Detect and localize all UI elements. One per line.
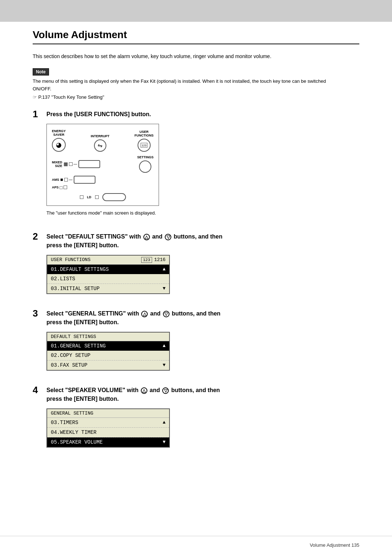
step-1-title: Press the [USER FUNCTIONS] button. xyxy=(46,110,359,119)
lcd-header-4: GENERAL SETTING xyxy=(47,409,169,418)
up-circle-icon-3: △ xyxy=(141,311,148,317)
bottom-checkbox-right[interactable] xyxy=(95,195,99,199)
top-bar xyxy=(0,0,392,22)
footer-text: Volume Adjustment 135 xyxy=(310,542,359,548)
lcd-row-text-4-2: 04.WEEKLY TIMER xyxy=(51,429,97,435)
lcd-row-text-4-3: 05.SPEAKER VOLUME xyxy=(51,439,103,445)
step-4-title: Select "SPEAKER VOLUME" with △ and ▽ but… xyxy=(46,386,359,403)
bottom-checkbox-left[interactable] xyxy=(80,195,83,199)
ams-checkbox[interactable] xyxy=(64,178,68,182)
title-divider xyxy=(33,44,359,44)
lcd-row-highlighted-1: 01.DEFAULT SETTINGS ▲ xyxy=(47,265,169,274)
lcd-row-text-1: 01.DEFAULT SETTINGS xyxy=(51,266,109,272)
step-3-content: Select "GENERAL SETTING" with △ and ▽ bu… xyxy=(46,309,359,376)
lcd-row-3-2: 02.COPY SETUP xyxy=(47,351,169,360)
user-functions-badge: 123 xyxy=(140,143,147,147)
lcd-row-4-2: 04.WEEKLY TIMER xyxy=(47,428,169,437)
note-label: Note xyxy=(33,68,49,76)
panel-bottom-row: LD xyxy=(52,193,154,201)
step-3: 3 Select "GENERAL SETTING" with △ and ▽ … xyxy=(33,309,359,376)
lcd-arrow-up-1: ▲ xyxy=(163,266,166,272)
note-ref: ☞ P.137 "Touch Key Tone Setting" xyxy=(33,94,359,100)
lcd-row-3: 03.INITIAL SETUP ▼ xyxy=(47,284,169,293)
lcd-row-highlighted-3: 01.GENERAL SETTING ▲ xyxy=(47,341,169,351)
lcd-arrow-up-3: ▲ xyxy=(163,343,166,349)
step-3-lcd: DEFAULT SETTINGS 01.GENERAL SETTING ▲ 02… xyxy=(46,332,170,371)
step-2-title: Select "DEFAULT SETTINGS" with △ and ▽ b… xyxy=(46,232,359,250)
step-2-lcd: USER FUNCTIONS 123 1216 01.DEFAULT SETTI… xyxy=(46,255,170,294)
step-1-content: Press the [USER FUNCTIONS] button. ENERG… xyxy=(46,110,359,222)
lcd-row-text-3-3: 03.FAX SETUP xyxy=(51,362,87,368)
lcd-arrow-down-3-3: ▼ xyxy=(163,362,166,368)
note-text: The menu of this setting is displayed on… xyxy=(33,78,345,93)
mixed-size-icon: ▦ xyxy=(64,161,68,167)
down-circle-icon: ▽ xyxy=(165,234,171,240)
settings-label: SETTINGS xyxy=(137,155,154,159)
settings-btn[interactable] xyxy=(139,160,151,173)
lcd-header-num: 1216 xyxy=(154,257,166,262)
footer: Volume Adjustment 135 xyxy=(0,536,392,554)
aps-checkbox[interactable] xyxy=(64,186,67,189)
page-title: Volume Adjustment xyxy=(33,29,359,41)
lcd-row-text-3-1: 01.GENERAL SETTING xyxy=(51,343,106,349)
up-circle-icon-4: △ xyxy=(141,387,147,394)
note-section: Note The menu of this setting is display… xyxy=(33,68,359,100)
lcd-row-text-2: 02.LISTS xyxy=(51,276,75,282)
bottom-curve-btn[interactable] xyxy=(102,193,126,201)
lcd-row-2: 02.LISTS xyxy=(47,274,169,284)
interrupt-btn[interactable]: ⇋ xyxy=(94,139,106,152)
step-4: 4 Select "SPEAKER VOLUME" with △ and ▽ b… xyxy=(33,386,359,453)
lcd-badge: 123 xyxy=(141,257,152,263)
lcd-row-highlighted-4: 05.SPEAKER VOLUME ▼ xyxy=(47,437,169,447)
lcd-header-3: DEFAULT SETTINGS xyxy=(47,333,169,341)
mixed-size-checkbox[interactable] xyxy=(69,162,73,166)
step-1-caption: The "user functions mode" main screen is… xyxy=(46,210,359,216)
step-3-title: Select "GENERAL SETTING" with △ and ▽ bu… xyxy=(46,309,359,327)
step-2-number: 2 xyxy=(33,231,46,242)
step-3-number: 3 xyxy=(33,308,46,319)
aps-label: APS xyxy=(52,186,59,189)
lcd-row-4-1: 03.TIMERS ▲ xyxy=(47,418,169,428)
step-1-number: 1 xyxy=(33,109,46,120)
mixed-size-btn[interactable] xyxy=(78,160,100,168)
lcd-arrow-up-4: ▲ xyxy=(163,420,166,425)
lcd-header-text-4: GENERAL SETTING xyxy=(51,411,93,416)
step-4-number: 4 xyxy=(33,384,46,396)
interrupt-label: INTERRUPT xyxy=(91,134,110,138)
user-functions-label: USERFUNCTIONS xyxy=(134,130,154,137)
energy-saver-btn[interactable]: ◕ xyxy=(52,138,66,152)
intro-text: This section describes how to set the al… xyxy=(33,52,345,60)
step-1: 1 Press the [USER FUNCTIONS] button. ENE… xyxy=(33,110,359,222)
panel-image: ENERGYSAVER ◕ INTERRUPT ⇋ USERFUNCTIONS … xyxy=(46,124,159,206)
down-circle-icon-4: ▽ xyxy=(162,387,169,394)
lcd-row-text-4-1: 03.TIMERS xyxy=(51,420,78,425)
step-4-lcd: GENERAL SETTING 03.TIMERS ▲ 04.WEEKLY TI… xyxy=(46,408,170,448)
aps-icon: □ xyxy=(60,185,63,190)
lcd-arrow-down-4: ▼ xyxy=(163,439,166,445)
step-4-content: Select "SPEAKER VOLUME" with △ and ▽ but… xyxy=(46,386,359,453)
ams-label: AMS xyxy=(52,178,59,182)
lcd-arrow-down-3: ▼ xyxy=(163,286,166,291)
lcd-row-text-3-2: 02.COPY SETUP xyxy=(51,353,90,358)
up-circle-icon: △ xyxy=(143,234,150,240)
step-2-content: Select "DEFAULT SETTINGS" with △ and ▽ b… xyxy=(46,232,359,299)
energy-saver-label: ENERGYSAVER xyxy=(52,129,66,137)
lcd-header-text: USER FUNCTIONS xyxy=(51,257,90,262)
lcd-header-text-3: DEFAULT SETTINGS xyxy=(51,334,96,339)
step-2: 2 Select "DEFAULT SETTINGS" with △ and ▽… xyxy=(33,232,359,299)
ams-icon: ■ xyxy=(60,177,63,182)
mixed-size-label: MIXEDSIZE xyxy=(52,160,62,168)
lcd-header: USER FUNCTIONS 123 1216 xyxy=(47,256,169,265)
down-circle-icon-3: ▽ xyxy=(163,311,170,317)
ld-label: LD xyxy=(87,195,91,199)
lcd-row-3-3: 03.FAX SETUP ▼ xyxy=(47,360,169,370)
ams-btn[interactable] xyxy=(74,176,95,184)
lcd-row-text-3: 03.INITIAL SETUP xyxy=(51,286,99,292)
